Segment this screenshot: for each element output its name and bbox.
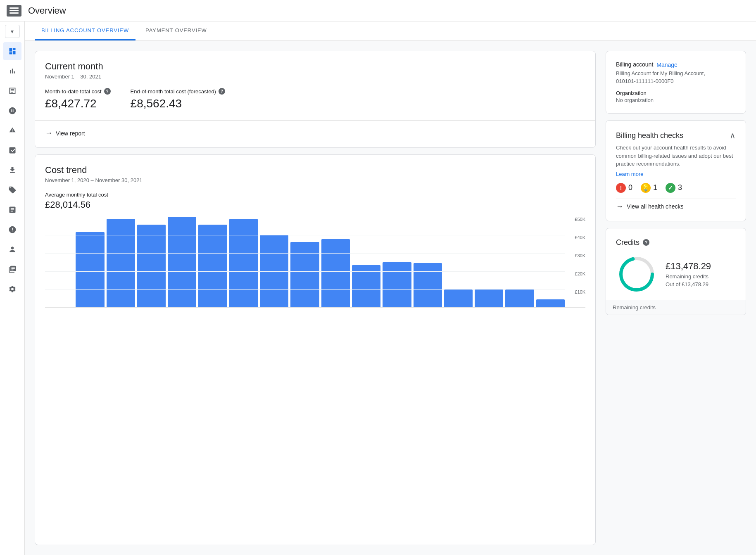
billing-account-card: Billing account Manage Billing Account f… bbox=[606, 51, 746, 114]
credits-amount: £13,478.29 bbox=[666, 261, 736, 272]
bar-5 bbox=[198, 225, 227, 307]
y-label-20k: £20K bbox=[566, 271, 585, 276]
main-layout: ▾ bbox=[0, 21, 756, 555]
month-to-date-value: £8,427.72 bbox=[45, 97, 111, 110]
billing-account-label: Billing account bbox=[616, 61, 653, 68]
view-all-label: View all health checks bbox=[627, 203, 683, 210]
sidebar-item-catalog[interactable] bbox=[3, 201, 21, 219]
sidebar-item-cost-breakdown[interactable] bbox=[3, 102, 21, 120]
sidebar: ▾ bbox=[0, 21, 25, 555]
current-month-card: Current month November 1 – 30, 2021 Mont… bbox=[35, 51, 596, 148]
billing-account-id: 010101-111111-0000F0 bbox=[616, 78, 736, 84]
bar-3 bbox=[137, 225, 166, 307]
bar-9 bbox=[321, 239, 350, 307]
org-value: No organization bbox=[616, 97, 736, 103]
bar-15 bbox=[505, 289, 534, 307]
bar-11 bbox=[383, 262, 411, 308]
avg-monthly-label: Average monthly total cost bbox=[45, 192, 585, 198]
credits-out-of: Out of £13,478.29 bbox=[666, 281, 736, 287]
current-month-title: Current month bbox=[45, 61, 585, 72]
learn-more-link[interactable]: Learn more bbox=[616, 171, 643, 177]
page-title: Overview bbox=[28, 5, 66, 16]
tab-payment-overview[interactable]: PAYMENT OVERVIEW bbox=[139, 21, 214, 40]
y-label-30k: £30K bbox=[566, 253, 585, 258]
sidebar-item-budgets-alerts[interactable] bbox=[3, 121, 21, 140]
billing-health-checks-card: Billing health checks ∧ Check out your a… bbox=[606, 120, 746, 221]
month-to-date-help-icon[interactable]: ? bbox=[104, 88, 111, 95]
end-of-month-help-icon[interactable]: ? bbox=[219, 88, 225, 95]
left-column: Current month November 1 – 30, 2021 Mont… bbox=[35, 51, 596, 545]
svg-rect-0 bbox=[10, 7, 19, 9]
sidebar-item-tags[interactable] bbox=[3, 181, 21, 199]
view-report-label: View report bbox=[56, 130, 85, 137]
bar-10 bbox=[352, 265, 380, 307]
error-icon: ! bbox=[616, 183, 626, 193]
current-month-date-range: November 1 – 30, 2021 bbox=[45, 74, 585, 80]
bar-7 bbox=[260, 235, 288, 307]
y-label-40k: £40K bbox=[566, 235, 585, 240]
month-to-date-label: Month-to-date total cost bbox=[45, 88, 102, 95]
bar-13 bbox=[444, 289, 473, 307]
credits-body: £13,478.29 Remaining credits Out of £13,… bbox=[616, 254, 736, 295]
top-bar: Overview bbox=[0, 0, 756, 21]
cost-trend-title: Cost trend bbox=[45, 165, 585, 176]
avg-monthly-value: £28,014.56 bbox=[45, 199, 585, 210]
sidebar-item-accounts[interactable] bbox=[3, 240, 21, 259]
bar-6 bbox=[229, 219, 258, 307]
cost-trend-date-range: November 1, 2020 – November 30, 2021 bbox=[45, 177, 585, 183]
view-report-button[interactable]: → View report bbox=[45, 121, 85, 138]
sidebar-dropdown[interactable]: ▾ bbox=[5, 25, 20, 38]
tab-billing-account-overview[interactable]: BILLING ACCOUNT OVERVIEW bbox=[35, 21, 136, 40]
health-stat-warning: 💡 1 bbox=[641, 183, 657, 193]
credits-footer: Remaining credits bbox=[606, 300, 746, 315]
bar-1 bbox=[76, 232, 104, 308]
bar-14 bbox=[475, 289, 503, 307]
credits-title: Credits bbox=[616, 238, 640, 247]
bar-12 bbox=[414, 263, 442, 307]
tabs-bar: BILLING ACCOUNT OVERVIEW PAYMENT OVERVIE… bbox=[25, 21, 756, 41]
y-label-50k: £50K bbox=[566, 217, 585, 222]
org-label: Organization bbox=[616, 90, 736, 96]
end-of-month-value: £8,562.43 bbox=[131, 97, 225, 110]
y-label-10k: £10K bbox=[566, 289, 585, 294]
sidebar-item-cost-anomaly[interactable] bbox=[3, 221, 21, 239]
bar-chart bbox=[45, 217, 585, 308]
chart-wrapper: £50K £40K £30K £20K £10K bbox=[45, 217, 585, 308]
health-stat-error: ! 0 bbox=[616, 183, 632, 193]
credits-help-icon[interactable]: ? bbox=[643, 239, 649, 246]
arrow-icon: → bbox=[45, 129, 52, 138]
warning-count: 1 bbox=[653, 183, 657, 192]
end-of-month-label: End-of-month total cost (forecasted) bbox=[131, 88, 216, 95]
content-area: BILLING ACCOUNT OVERVIEW PAYMENT OVERVIE… bbox=[25, 21, 756, 555]
credits-donut-chart bbox=[616, 254, 657, 295]
view-all-health-checks-button[interactable]: → View all health checks bbox=[616, 199, 736, 211]
manage-link[interactable]: Manage bbox=[656, 62, 678, 68]
end-of-month-cost: End-of-month total cost (forecasted) ? £… bbox=[131, 88, 225, 110]
sidebar-item-committed-use[interactable] bbox=[3, 141, 21, 159]
credits-remaining-label: Remaining credits bbox=[666, 273, 736, 280]
health-checks-description: Check out your account health results to… bbox=[616, 144, 736, 168]
sidebar-item-sub-accounts[interactable] bbox=[3, 260, 21, 278]
billing-account-header: Billing account Manage bbox=[616, 61, 736, 69]
bar-4 bbox=[168, 217, 196, 307]
sidebar-item-export[interactable] bbox=[3, 161, 21, 179]
bar-16 bbox=[536, 299, 565, 307]
sidebar-item-cost-table[interactable] bbox=[3, 82, 21, 100]
donut-svg bbox=[616, 254, 657, 295]
credits-card: Credits ? £13,4 bbox=[606, 228, 746, 315]
collapse-button[interactable]: ∧ bbox=[730, 130, 736, 140]
ok-count: 3 bbox=[678, 183, 682, 192]
credits-info: £13,478.29 Remaining credits Out of £13,… bbox=[666, 261, 736, 287]
right-column: Billing account Manage Billing Account f… bbox=[606, 51, 746, 545]
error-count: 0 bbox=[628, 183, 632, 192]
sidebar-item-reports[interactable] bbox=[3, 62, 21, 80]
sidebar-item-settings[interactable] bbox=[3, 280, 21, 298]
sidebar-item-dashboard[interactable] bbox=[3, 42, 21, 60]
health-stats: ! 0 💡 1 ✓ 3 bbox=[616, 183, 736, 193]
page-content: Current month November 1 – 30, 2021 Mont… bbox=[25, 41, 756, 555]
month-to-date-cost: Month-to-date total cost ? £8,427.72 bbox=[45, 88, 111, 110]
avg-monthly-label-wrap: Average monthly total cost £28,014.56 bbox=[45, 192, 585, 210]
health-checks-header: Billing health checks ∧ bbox=[616, 130, 736, 140]
cost-grid: Month-to-date total cost ? £8,427.72 End… bbox=[45, 88, 585, 110]
health-stat-ok: ✓ 3 bbox=[666, 183, 682, 193]
